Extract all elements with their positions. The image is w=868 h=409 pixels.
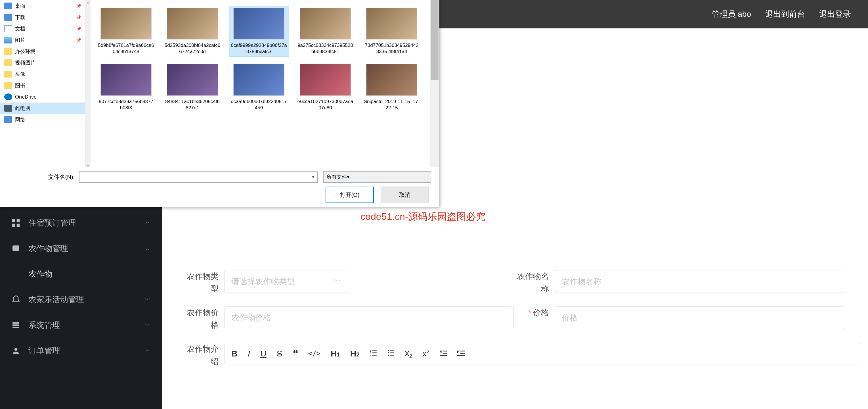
ordered-list-button[interactable]: 123 (370, 349, 377, 358)
underline-button[interactable]: U (260, 349, 267, 358)
outdent-button[interactable] (440, 349, 447, 358)
bold-button[interactable]: B (231, 349, 238, 358)
nav-item-头像[interactable]: 头像 (0, 68, 85, 80)
rich-text-toolbar: B I U S ❝ </> H1 H2 123 x2 x2 (224, 343, 860, 364)
nav-item-OneDrive[interactable]: OneDrive (0, 91, 85, 103)
label-price: *价格 (515, 306, 555, 319)
label-crop-name: 农作物名称 (515, 270, 555, 295)
input-crop-price[interactable] (224, 306, 514, 329)
sidebar-item-orders[interactable]: 订单管理 ﹀ (0, 338, 162, 363)
code-button[interactable]: </> (308, 350, 320, 358)
svg-rect-4 (12, 245, 19, 251)
nav-item-图书[interactable]: 图书 (0, 80, 85, 91)
svg-rect-16 (390, 350, 394, 350)
subscript-button[interactable]: x2 (405, 348, 412, 359)
file-item[interactable]: e6cca10271d97309d7aea07e80 (296, 62, 355, 113)
nav-item-办公环境[interactable]: 办公环境 (0, 46, 85, 57)
bell-icon (11, 295, 21, 304)
h2-button[interactable]: H2 (350, 349, 360, 358)
input-crop-name[interactable] (555, 270, 844, 293)
filetype-select[interactable]: 所有文件▾ (323, 171, 431, 183)
indent-button[interactable] (457, 349, 465, 358)
svg-rect-25 (440, 355, 447, 356)
layers-icon (11, 321, 21, 330)
label-crop-price: 农作物价格 (185, 306, 224, 331)
superscript-button[interactable]: x2 (422, 349, 430, 358)
nav-item-图片[interactable]: 图片📌 (0, 34, 85, 46)
svg-rect-2 (12, 224, 15, 227)
logout-link[interactable]: 退出登录 (819, 9, 851, 20)
chevron-down-icon: ﹀ (145, 347, 150, 355)
sidebar-subitem-crop[interactable]: 农作物 (0, 261, 162, 287)
file-item[interactable]: dcaa9e609d07b322d9517459 (229, 62, 289, 113)
nav-label: 此电脑 (15, 105, 30, 112)
file-dialog-files: 5d9b8fe6761a7fd9a66ca604c3b137485d2593da… (91, 0, 439, 167)
nav-item-文档[interactable]: 文档📌 (0, 23, 85, 34)
nav-item-此电脑[interactable]: 此电脑 (0, 103, 85, 114)
nav-item-桌面[interactable]: 桌面📌 (0, 0, 85, 12)
quote-button[interactable]: ❝ (292, 348, 298, 359)
files-scrollbar[interactable] (430, 0, 439, 167)
chevron-down-icon: ﹀ (145, 322, 150, 329)
nav-item-网络[interactable]: 网络 (0, 114, 85, 125)
file-thumbnail (366, 64, 417, 96)
nav-scrollbar[interactable]: ▴▾ (86, 0, 91, 167)
select-placeholder: 请选择农作物类型 (231, 276, 295, 287)
sidebar-label: 农作物管理 (28, 243, 68, 254)
svg-point-19 (388, 355, 389, 356)
svg-point-8 (14, 348, 18, 351)
sidebar-item-activities[interactable]: 农家乐活动管理 ﹀ (0, 287, 162, 313)
file-item[interactable]: 9077ccfb8d39a756b8377b08f3 (96, 62, 156, 113)
folder-icon (4, 71, 12, 78)
open-button[interactable]: 打开(O) (326, 186, 374, 203)
italic-button[interactable]: I (248, 349, 250, 358)
cancel-button[interactable]: 取消 (381, 186, 429, 203)
svg-rect-14 (372, 355, 376, 356)
svg-rect-30 (457, 355, 465, 356)
form-group-crop-price: 农作物价格 (185, 306, 515, 331)
strike-button[interactable]: S (277, 349, 282, 358)
file-item[interactable]: 5d2593da300bf84a2cafc66724a72c3d (163, 6, 222, 57)
admin-label[interactable]: 管理员 abo (712, 9, 751, 20)
nav-label: 图片 (15, 37, 25, 43)
input-price[interactable] (555, 306, 844, 329)
file-dialog-nav: 桌面📌下载📌文档📌图片📌办公环境视频图片头像图书OneDrive此电脑网络 (0, 0, 86, 167)
h1-button[interactable]: H1 (331, 349, 340, 358)
file-item[interactable]: 5d9b8fe6761a7fd9a66ca604c3b13748 (96, 6, 156, 57)
svg-rect-5 (12, 322, 19, 323)
svg-rect-29 (460, 353, 465, 354)
svg-rect-24 (443, 353, 447, 354)
exit-to-front-link[interactable]: 退出到前台 (765, 9, 805, 20)
file-item[interactable]: 8488411ac1be36209c4fb827e1 (163, 62, 222, 113)
label-crop-type: 农作物类型 (185, 270, 224, 295)
file-name: 8488411ac1be36209c4fb827e1 (164, 98, 221, 111)
file-item[interactable]: 9a275cc03334c97395520b6b9833fc81 (296, 6, 355, 57)
svg-rect-3 (17, 224, 20, 227)
nav-label: 桌面 (15, 3, 25, 9)
file-item[interactable]: Snipaste_2019-11-15_17-22-15 (362, 62, 422, 113)
sidebar-item-crops[interactable]: 农作物管理 ︿ (0, 236, 162, 261)
file-name: 5d9b8fe6761a7fd9a66ca604c3b13748 (98, 42, 154, 55)
folder-icon (4, 48, 12, 55)
file-thumbnail (300, 64, 351, 96)
svg-text:3: 3 (370, 354, 371, 356)
file-name: Snipaste_2019-11-15_17-22-15 (364, 98, 420, 111)
chevron-down-icon: ﹀ (145, 219, 150, 227)
select-crop-type[interactable]: 请选择农作物类型 ﹀ (224, 270, 349, 293)
nav-item-下载[interactable]: 下载📌 (0, 12, 85, 23)
nav-item-视频图片[interactable]: 视频图片 (0, 57, 85, 68)
user-icon (11, 346, 21, 355)
dropdown-icon: ▾ (347, 174, 349, 180)
pin-icon: 📌 (76, 38, 81, 42)
unordered-list-button[interactable] (388, 349, 395, 358)
sidebar-item-accommodation[interactable]: 住宿预订管理 ﹀ (0, 210, 162, 236)
filename-input[interactable]: ▾ (79, 171, 318, 183)
sidebar-item-system[interactable]: 系统管理 ﹀ (0, 313, 162, 338)
file-item[interactable]: 6caf9999a292849b06f27a0789bcafc3 (229, 6, 289, 57)
file-dialog-bottom: 文件名(N): ▾ 所有文件▾ 打开(O) 取消 (0, 167, 439, 207)
file-thumbnail (167, 8, 218, 39)
file-item[interactable]: 73d77051b363495294423335 4f8f41a4 (362, 6, 422, 57)
nav-label: 下载 (15, 14, 25, 21)
onedrive-icon (4, 93, 12, 100)
folder-icon (4, 59, 12, 66)
